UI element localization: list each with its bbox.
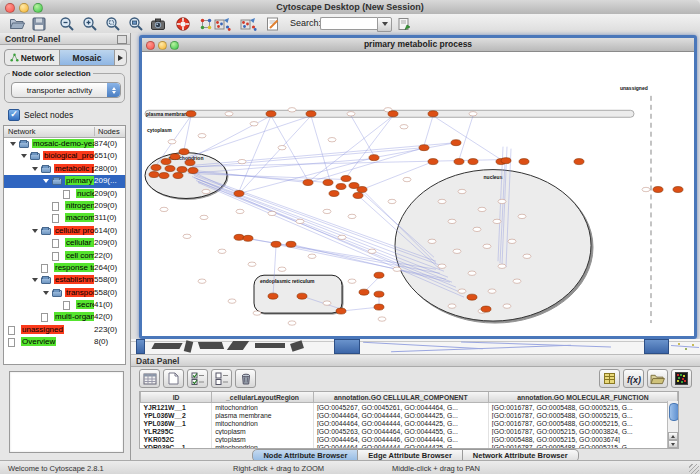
network-node-orange[interactable] bbox=[419, 145, 429, 151]
network-node[interactable] bbox=[296, 219, 304, 223]
network-tree-row[interactable]: establishment of lo558(0) bbox=[4, 274, 125, 286]
network-node[interactable] bbox=[488, 289, 496, 293]
help-icon[interactable] bbox=[174, 15, 191, 32]
network-node-orange[interactable] bbox=[186, 111, 196, 117]
network-edge[interactable] bbox=[424, 116, 433, 146]
network-tree-row[interactable]: transport558(0) bbox=[4, 287, 125, 299]
network-node[interactable] bbox=[458, 189, 466, 193]
network-node[interactable] bbox=[218, 249, 226, 253]
network-node[interactable] bbox=[498, 199, 506, 203]
float-panel-icon[interactable] bbox=[117, 35, 127, 44]
tree-col-nodes[interactable]: Nodes bbox=[94, 127, 120, 136]
network-node[interactable] bbox=[428, 239, 436, 243]
network-node[interactable] bbox=[248, 262, 256, 266]
network-node-orange[interactable] bbox=[329, 191, 339, 197]
network-edge[interactable] bbox=[433, 116, 501, 160]
search-dropdown-icon[interactable] bbox=[377, 17, 392, 32]
table-row[interactable]: YPL036W__2plasma membrane[GO:0044464, GO… bbox=[141, 411, 678, 419]
search-input[interactable] bbox=[320, 17, 377, 30]
copy-network-attributes-icon[interactable] bbox=[240, 15, 257, 32]
network-tree-row[interactable]: mosaic-demo-yeast874(0) bbox=[4, 138, 125, 150]
network-node-orange[interactable] bbox=[357, 187, 367, 193]
network-node[interactable] bbox=[328, 137, 336, 141]
network-node[interactable] bbox=[348, 214, 356, 218]
network-node[interactable] bbox=[458, 289, 466, 293]
disclosure-triangle-icon[interactable] bbox=[32, 167, 38, 171]
network-node-orange[interactable] bbox=[374, 304, 384, 310]
network-node[interactable] bbox=[225, 112, 233, 116]
network-node-orange[interactable] bbox=[266, 111, 276, 117]
network-node[interactable] bbox=[308, 254, 316, 258]
tree-col-network[interactable]: Network bbox=[8, 127, 36, 136]
background-windows-strip[interactable] bbox=[131, 339, 700, 355]
scroll-up-icon[interactable] bbox=[668, 432, 678, 440]
import-table-icon[interactable] bbox=[599, 369, 620, 388]
network-node-orange[interactable] bbox=[268, 293, 278, 299]
open-attributes-icon[interactable] bbox=[647, 369, 668, 388]
background-window-frame[interactable] bbox=[136, 339, 145, 354]
save-session-icon[interactable] bbox=[30, 15, 47, 32]
tab-network[interactable]: Network bbox=[5, 50, 60, 65]
network-node-orange[interactable] bbox=[303, 180, 313, 186]
network-node-orange[interactable] bbox=[468, 159, 478, 165]
network-node-orange[interactable] bbox=[454, 159, 464, 165]
network-node-orange[interactable] bbox=[374, 291, 384, 297]
snapshot-icon[interactable] bbox=[149, 15, 166, 32]
annotation-icon[interactable] bbox=[264, 15, 281, 32]
network-tree-row[interactable]: macromolecule311(0) bbox=[4, 212, 125, 224]
zoom-in-icon[interactable] bbox=[81, 15, 98, 32]
network-tree-row[interactable]: metabolic process280(0) bbox=[4, 163, 125, 175]
network-node[interactable] bbox=[503, 304, 511, 308]
network-edge[interactable] bbox=[311, 116, 330, 181]
network-tree-row[interactable]: nitrogen compo209(0) bbox=[4, 200, 125, 212]
column-header[interactable]: annotation.GO MOLECULAR_FUNCTION bbox=[488, 392, 677, 403]
network-node-orange[interactable] bbox=[306, 111, 316, 117]
network-tree-row[interactable]: unassigned223(0) bbox=[4, 324, 125, 336]
network-node[interactable] bbox=[198, 279, 206, 283]
attribute-table-icon[interactable] bbox=[139, 369, 160, 388]
disclosure-triangle-icon[interactable] bbox=[32, 229, 38, 233]
network-node[interactable] bbox=[338, 235, 346, 239]
network-node[interactable] bbox=[278, 145, 286, 149]
background-window-frame[interactable] bbox=[334, 339, 360, 354]
network-canvas[interactable]: plasma membrane cytoplasm mitochondrion … bbox=[142, 52, 694, 336]
enhanced-search-icon[interactable] bbox=[395, 15, 412, 32]
network-node-orange[interactable] bbox=[188, 168, 198, 174]
network-node-orange[interactable] bbox=[234, 191, 244, 197]
network-node-orange[interactable] bbox=[359, 289, 369, 295]
network-node-orange[interactable] bbox=[151, 165, 161, 171]
network-node[interactable] bbox=[238, 159, 246, 163]
network-tree-row[interactable]: secretion41(0) bbox=[4, 299, 125, 311]
network-node-orange[interactable] bbox=[369, 155, 379, 161]
network-node[interactable] bbox=[168, 139, 176, 143]
network-node[interactable] bbox=[498, 264, 506, 268]
network-node[interactable] bbox=[642, 187, 650, 191]
network-node-orange[interactable] bbox=[234, 234, 244, 240]
network-node[interactable] bbox=[288, 321, 296, 325]
network-node[interactable] bbox=[253, 311, 261, 315]
select-attributes-icon[interactable] bbox=[187, 369, 208, 388]
network-node[interactable] bbox=[368, 249, 376, 253]
network-node-orange[interactable] bbox=[388, 111, 398, 117]
network-node[interactable] bbox=[183, 234, 191, 238]
network-node[interactable] bbox=[348, 279, 356, 283]
network-node[interactable] bbox=[469, 112, 477, 116]
network-node-orange[interactable] bbox=[173, 173, 183, 179]
disclosure-triangle-icon[interactable] bbox=[43, 179, 49, 183]
network-node[interactable] bbox=[403, 177, 411, 181]
network-node[interactable] bbox=[160, 207, 168, 211]
network-node-orange[interactable] bbox=[428, 159, 438, 165]
network-tree-row[interactable]: nucleobase-209(0) bbox=[4, 188, 125, 200]
network-node[interactable] bbox=[438, 264, 446, 268]
network-tree-row[interactable]: cell communicat22(0) bbox=[4, 250, 125, 262]
network-node-orange[interactable] bbox=[159, 173, 169, 179]
network-node[interactable] bbox=[236, 209, 244, 213]
network-node-orange[interactable] bbox=[353, 193, 363, 199]
resize-grip[interactable] bbox=[689, 464, 699, 474]
network-node-orange[interactable] bbox=[467, 294, 477, 300]
network-node-orange[interactable] bbox=[336, 308, 346, 314]
table-scrollbar[interactable] bbox=[667, 401, 679, 448]
open-file-icon[interactable] bbox=[8, 15, 25, 32]
network-node-orange[interactable] bbox=[323, 180, 333, 186]
column-header[interactable]: _cellularLayoutRegion bbox=[212, 392, 314, 403]
